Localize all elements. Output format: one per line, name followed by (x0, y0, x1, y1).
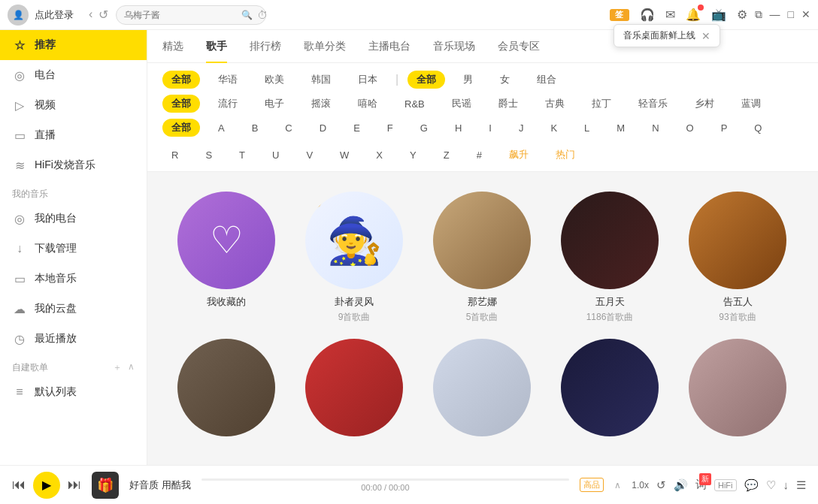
filter-letter-a[interactable]: A (209, 120, 234, 136)
filter-genre-rnb[interactable]: R&B (395, 96, 434, 112)
playlist-toggle-icon[interactable]: ☰ (796, 478, 806, 492)
artist-card-wuyuetian[interactable]: 3 五月天 1186首歌曲 (546, 184, 674, 331)
filter-letter-b[interactable]: B (243, 120, 268, 136)
play-button[interactable]: ▶ (33, 472, 60, 499)
expand-icon[interactable]: ∧ (614, 480, 621, 490)
filter-genre-folk[interactable]: 民谣 (443, 95, 480, 113)
settings-icon[interactable]: ⚙ (737, 8, 747, 22)
artist-card-row2e[interactable] (674, 331, 801, 452)
collapse-playlist-button[interactable]: ∧ (128, 361, 135, 374)
tab-vip[interactable]: 会员专区 (498, 30, 540, 63)
tab-playlist-cat[interactable]: 歌单分类 (304, 30, 346, 63)
tab-music-live[interactable]: 音乐现场 (433, 30, 475, 63)
filter-letter-p[interactable]: P (712, 120, 737, 136)
tv-icon[interactable]: 📺 (711, 8, 726, 22)
filter-letter-y[interactable]: Y (401, 147, 426, 163)
filter-letter-h[interactable]: H (446, 120, 471, 136)
next-button[interactable]: ⏭ (68, 477, 81, 493)
filter-hot[interactable]: 热门 (547, 146, 584, 164)
filter-lang-japanese[interactable]: 日本 (349, 71, 386, 89)
filter-letter-hash[interactable]: # (468, 147, 491, 163)
filter-genre-pop[interactable]: 流行 (209, 95, 247, 113)
back-arrow[interactable]: ‹ (89, 8, 92, 22)
filter-letter-g[interactable]: G (411, 120, 437, 136)
filter-gender-group[interactable]: 组合 (528, 71, 565, 89)
filter-letter-m[interactable]: M (607, 120, 634, 136)
filter-letter-t[interactable]: T (230, 147, 254, 163)
sidebar-item-my-radio[interactable]: ◎ 我的电台 (0, 204, 147, 234)
filter-genre-jazz[interactable]: 爵士 (489, 95, 527, 113)
filter-gender-female[interactable]: 女 (491, 71, 519, 89)
filter-gender-all[interactable]: 全部 (407, 71, 445, 89)
filter-lang-chinese[interactable]: 华语 (209, 71, 247, 89)
filter-letter-all[interactable]: 全部 (162, 119, 200, 137)
loop-icon[interactable]: ↺ (656, 478, 666, 492)
lyrics-new-button[interactable]: 词 新 (695, 478, 707, 492)
filter-letter-c[interactable]: C (276, 120, 301, 136)
search-bar[interactable]: 🔍 ⏱ (116, 5, 266, 25)
sidebar-item-recent[interactable]: ◷ 最近播放 (0, 324, 147, 354)
artist-card-gaowuren[interactable]: 告五人 93首歌曲 (674, 184, 801, 331)
sidebar-item-cloud-disk[interactable]: ☁ 我的云盘 (0, 294, 147, 324)
download-player-icon[interactable]: ↓ (783, 478, 789, 491)
volume-icon[interactable]: 🔊 (674, 478, 688, 492)
sidebar-item-live[interactable]: ▭ 直播 (0, 120, 147, 150)
history-icon[interactable]: ⏱ (257, 9, 268, 21)
sidebar-item-radio[interactable]: ◎ 电台 (0, 60, 147, 90)
filter-letter-f[interactable]: F (378, 120, 402, 136)
filter-genre-electronic[interactable]: 电子 (256, 95, 293, 113)
filter-lang-korean[interactable]: 韩国 (302, 71, 340, 89)
headphone-icon[interactable]: 🎧 (640, 8, 655, 22)
pin-icon[interactable]: ⧉ (755, 8, 762, 21)
sign-badge[interactable]: 签 (610, 9, 629, 21)
filter-letter-u[interactable]: U (263, 147, 288, 163)
sidebar-item-local-music[interactable]: ▭ 本地音乐 (0, 264, 147, 294)
filter-letter-w[interactable]: W (331, 147, 358, 163)
filter-letter-x[interactable]: X (367, 147, 392, 163)
tab-chart[interactable]: 排行榜 (250, 30, 281, 63)
filter-genre-country[interactable]: 乡村 (686, 95, 723, 113)
filter-letter-n[interactable]: N (643, 120, 668, 136)
artist-card-row2b[interactable] (290, 331, 418, 452)
filter-genre-all[interactable]: 全部 (162, 95, 200, 113)
filter-letter-d[interactable]: D (311, 120, 335, 136)
filter-letter-i[interactable]: I (480, 120, 501, 136)
progress-area[interactable]: 00:00 / 00:00 (201, 478, 570, 492)
filter-genre-rock[interactable]: 摇滚 (302, 95, 340, 113)
filter-genre-blues[interactable]: 蓝调 (732, 95, 770, 113)
refresh-button[interactable]: ↺ (98, 8, 108, 22)
login-button[interactable]: 点此登录 (35, 8, 74, 22)
filter-lang-western[interactable]: 欧美 (256, 71, 293, 89)
sidebar-item-default-list[interactable]: ≡ 默认列表 (0, 377, 147, 407)
progress-bar[interactable] (201, 478, 570, 481)
close-button[interactable]: ✕ (801, 8, 810, 21)
filter-letter-j[interactable]: J (510, 120, 533, 136)
filter-letter-k[interactable]: K (541, 120, 566, 136)
sidebar-item-hifi[interactable]: ≋ HiFi发烧音乐 (0, 150, 147, 180)
tab-selected[interactable]: 精选 (162, 30, 183, 63)
chat-icon[interactable]: 💬 (744, 478, 759, 492)
filter-letter-s[interactable]: S (196, 147, 221, 163)
artist-card-my-favorites[interactable]: ♡ 我收藏的 (162, 184, 290, 331)
minimize-button[interactable]: — (770, 8, 780, 21)
gift-button[interactable]: 🎁 (92, 472, 119, 499)
mail-icon[interactable]: ✉ (665, 8, 675, 22)
sidebar-item-video[interactable]: ▷ 视频 (0, 90, 147, 120)
filter-genre-latin[interactable]: 拉丁 (583, 95, 620, 113)
prev-button[interactable]: ⏮ (12, 477, 26, 493)
filter-genre-hiphop[interactable]: 嘻哈 (349, 95, 386, 113)
tooltip-close[interactable]: ✕ (701, 30, 710, 42)
bell-icon[interactable]: 🔔 (686, 8, 701, 22)
filter-genre-classical[interactable]: 古典 (536, 95, 574, 113)
filter-letter-z[interactable]: Z (435, 147, 459, 163)
filter-letter-v[interactable]: V (297, 147, 322, 163)
hifi-badge[interactable]: HiFi (714, 479, 737, 491)
filter-rising[interactable]: 飙升 (500, 146, 538, 164)
favorite-icon[interactable]: ♡ (766, 478, 776, 492)
search-input[interactable] (124, 10, 237, 20)
filter-letter-q[interactable]: Q (745, 120, 771, 136)
filter-letter-o[interactable]: O (677, 120, 703, 136)
filter-genre-light[interactable]: 轻音乐 (629, 95, 677, 113)
filter-letter-l[interactable]: L (575, 120, 598, 136)
maximize-button[interactable]: □ (788, 8, 794, 21)
